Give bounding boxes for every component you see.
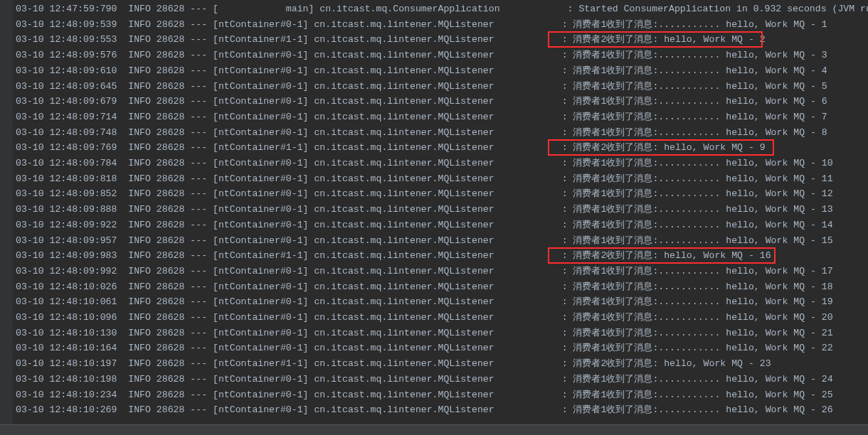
log-row: 03-10 12:48:09:818 INFO 28628 --- [ntCon…	[16, 171, 868, 187]
log-text: 03-10 12:47:59:790 INFO 28628 --- [ main…	[16, 4, 868, 14]
log-row: 03-10 12:48:10:197 INFO 28628 --- [ntCon…	[16, 356, 868, 372]
log-row: 03-10 12:48:10:198 INFO 28628 --- [ntCon…	[16, 372, 868, 387]
log-row: 03-10 12:48:09:645 INFO 28628 --- [ntCon…	[16, 79, 868, 95]
log-text: 03-10 12:48:09:852 INFO 28628 --- [ntCon…	[16, 188, 833, 199]
log-text: 03-10 12:48:10:198 INFO 28628 --- [ntCon…	[16, 374, 833, 385]
log-text: 03-10 12:48:09:983 INFO 28628 --- [ntCon…	[16, 250, 771, 261]
log-row: 03-10 12:48:10:269 INFO 28628 --- [ntCon…	[16, 402, 868, 418]
log-text: 03-10 12:48:10:269 INFO 28628 --- [ntCon…	[16, 404, 833, 415]
log-text: 03-10 12:48:09:645 INFO 28628 --- [ntCon…	[16, 81, 827, 92]
log-row: 03-10 12:48:09:748 INFO 28628 --- [ntCon…	[16, 125, 868, 141]
log-text: 03-10 12:48:09:576 INFO 28628 --- [ntCon…	[16, 50, 827, 60]
log-row: 03-10 12:48:10:234 INFO 28628 --- [ntCon…	[16, 387, 868, 403]
log-row: 03-10 12:47:59:790 INFO 28628 --- [ main…	[16, 1, 868, 17]
log-row: 03-10 12:48:09:610 INFO 28628 --- [ntCon…	[16, 63, 868, 79]
log-row: 03-10 12:48:09:553 INFO 28628 --- [ntCon…	[16, 32, 868, 48]
log-text: 03-10 12:48:10:197 INFO 28628 --- [ntCon…	[16, 358, 771, 369]
log-text: 03-10 12:48:09:784 INFO 28628 --- [ntCon…	[16, 158, 833, 168]
log-row: 03-10 12:48:10:130 INFO 28628 --- [ntCon…	[16, 326, 868, 341]
log-text: 03-10 12:48:10:096 INFO 28628 --- [ntCon…	[16, 312, 833, 323]
log-row: 03-10 12:48:09:714 INFO 28628 --- [ntCon…	[16, 109, 868, 125]
log-row: 03-10 12:48:09:769 INFO 28628 --- [ntCon…	[16, 140, 868, 156]
log-row: 03-10 12:48:09:852 INFO 28628 --- [ntCon…	[16, 186, 868, 202]
editor-gutter	[0, 0, 13, 435]
console-output[interactable]: 03-10 12:47:59:790 INFO 28628 --- [ main…	[13, 0, 868, 418]
log-row: 03-10 12:48:10:096 INFO 28628 --- [ntCon…	[16, 310, 868, 326]
log-row: 03-10 12:48:09:888 INFO 28628 --- [ntCon…	[16, 202, 868, 218]
log-row: 03-10 12:48:09:784 INFO 28628 --- [ntCon…	[16, 156, 868, 171]
log-row: 03-10 12:48:10:164 INFO 28628 --- [ntCon…	[16, 340, 868, 356]
log-text: 03-10 12:48:09:769 INFO 28628 --- [ntCon…	[16, 142, 766, 153]
status-bar	[0, 424, 868, 435]
log-text: 03-10 12:48:10:026 INFO 28628 --- [ntCon…	[16, 281, 833, 292]
log-row: 03-10 12:48:09:679 INFO 28628 --- [ntCon…	[16, 94, 868, 109]
log-row: 03-10 12:48:09:957 INFO 28628 --- [ntCon…	[16, 233, 868, 249]
log-text: 03-10 12:48:10:061 INFO 28628 --- [ntCon…	[16, 296, 833, 307]
log-text: 03-10 12:48:09:679 INFO 28628 --- [ntCon…	[16, 96, 827, 107]
log-row: 03-10 12:48:09:539 INFO 28628 --- [ntCon…	[16, 17, 868, 33]
log-text: 03-10 12:48:09:818 INFO 28628 --- [ntCon…	[16, 173, 833, 184]
log-row: 03-10 12:48:10:026 INFO 28628 --- [ntCon…	[16, 279, 868, 295]
log-text: 03-10 12:48:09:714 INFO 28628 --- [ntCon…	[16, 112, 827, 122]
log-row: 03-10 12:48:10:061 INFO 28628 --- [ntCon…	[16, 294, 868, 310]
log-text: 03-10 12:48:09:748 INFO 28628 --- [ntCon…	[16, 127, 827, 138]
log-row: 03-10 12:48:09:576 INFO 28628 --- [ntCon…	[16, 48, 868, 63]
log-text: 03-10 12:48:09:539 INFO 28628 --- [ntCon…	[16, 19, 827, 30]
log-text: 03-10 12:48:09:957 INFO 28628 --- [ntCon…	[16, 235, 833, 246]
log-row: 03-10 12:48:09:992 INFO 28628 --- [ntCon…	[16, 264, 868, 279]
log-text: 03-10 12:48:10:130 INFO 28628 --- [ntCon…	[16, 328, 833, 338]
log-text: 03-10 12:48:09:922 INFO 28628 --- [ntCon…	[16, 220, 833, 230]
log-row: 03-10 12:48:09:922 INFO 28628 --- [ntCon…	[16, 218, 868, 233]
log-text: 03-10 12:48:10:164 INFO 28628 --- [ntCon…	[16, 343, 833, 353]
log-text: 03-10 12:48:09:992 INFO 28628 --- [ntCon…	[16, 266, 833, 276]
log-text: 03-10 12:48:09:888 INFO 28628 --- [ntCon…	[16, 204, 833, 215]
log-text: 03-10 12:48:09:553 INFO 28628 --- [ntCon…	[16, 34, 766, 45]
log-text: 03-10 12:48:09:610 INFO 28628 --- [ntCon…	[16, 65, 827, 76]
log-text: 03-10 12:48:10:234 INFO 28628 --- [ntCon…	[16, 390, 833, 400]
log-row: 03-10 12:48:09:983 INFO 28628 --- [ntCon…	[16, 248, 868, 264]
